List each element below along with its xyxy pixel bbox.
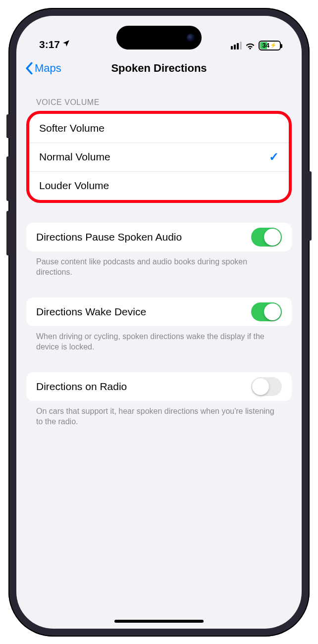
voice-volume-header: VOICE VOLUME	[26, 82, 292, 111]
checkmark-icon: ✓	[269, 150, 279, 164]
status-time: 3:17	[39, 39, 60, 50]
pause-audio-group: Directions Pause Spoken Audio	[26, 223, 292, 251]
volume-option-softer[interactable]: Softer Volume	[29, 114, 289, 143]
wifi-icon	[245, 41, 256, 50]
phone-frame: 3:17 34 ⚡	[8, 8, 310, 637]
wake-device-toggle[interactable]	[251, 302, 282, 321]
pause-spoken-audio-row[interactable]: Directions Pause Spoken Audio	[26, 223, 292, 251]
directions-on-radio-toggle[interactable]	[251, 377, 282, 396]
voice-volume-group: Softer Volume Normal Volume ✓ Louder Vol…	[26, 111, 292, 203]
back-label: Maps	[35, 62, 61, 75]
dynamic-island	[116, 26, 202, 50]
option-label: Louder Volume	[39, 180, 109, 192]
wake-device-group: Directions Wake Device	[26, 297, 292, 326]
wake-device-footer: When driving or cycling, spoken directio…	[26, 326, 292, 352]
setting-label: Directions on Radio	[36, 381, 127, 393]
setting-label: Directions Wake Device	[36, 306, 146, 318]
option-label: Softer Volume	[39, 122, 105, 134]
volume-down-button	[6, 211, 9, 255]
wake-device-row[interactable]: Directions Wake Device	[26, 297, 292, 326]
battery-percent: 34	[263, 42, 269, 49]
cellular-signal-icon	[231, 42, 242, 50]
radio-group: Directions on Radio	[26, 372, 292, 401]
screen: 3:17 34 ⚡	[16, 16, 302, 629]
pause-spoken-audio-footer: Pause content like podcasts and audio bo…	[26, 251, 292, 278]
battery-icon: 34 ⚡	[259, 41, 281, 50]
option-label: Normal Volume	[39, 151, 110, 163]
volume-up-button	[6, 156, 9, 201]
directions-on-radio-row[interactable]: Directions on Radio	[26, 372, 292, 401]
power-button	[309, 171, 312, 241]
home-indicator[interactable]	[114, 620, 204, 623]
navigation-bar: Maps Spoken Directions	[16, 54, 302, 82]
volume-option-louder[interactable]: Louder Volume	[29, 171, 289, 200]
directions-on-radio-footer: On cars that support it, hear spoken dir…	[26, 401, 292, 427]
chevron-left-icon	[25, 62, 33, 75]
front-camera	[187, 34, 195, 42]
location-icon	[62, 38, 70, 50]
charging-icon: ⚡	[270, 42, 277, 49]
ringer-switch	[6, 114, 9, 138]
setting-label: Directions Pause Spoken Audio	[36, 231, 182, 243]
volume-option-normal[interactable]: Normal Volume ✓	[29, 143, 289, 171]
content: VOICE VOLUME Softer Volume Normal Volume…	[16, 82, 302, 428]
back-button[interactable]: Maps	[25, 62, 61, 75]
page-title: Spoken Directions	[111, 62, 207, 75]
pause-spoken-audio-toggle[interactable]	[251, 228, 282, 247]
